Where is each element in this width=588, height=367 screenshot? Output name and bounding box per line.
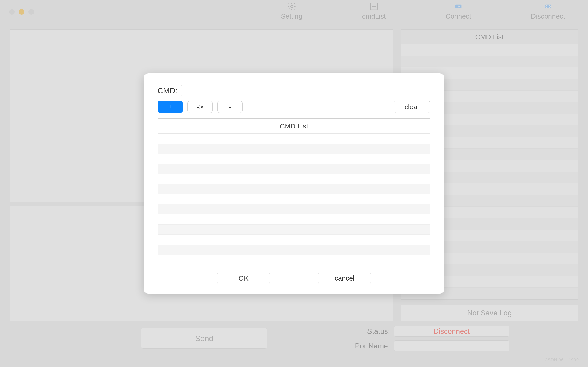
remove-button[interactable]: -	[217, 101, 242, 113]
modal-cmd-list-body[interactable]	[158, 134, 430, 265]
list-item[interactable]	[158, 174, 430, 184]
modal-cmd-list: CMD List	[157, 118, 431, 265]
modal-cmd-list-header: CMD List	[158, 119, 430, 134]
add-button[interactable]: +	[157, 101, 183, 113]
list-item[interactable]	[158, 154, 430, 164]
cmd-input-label: CMD:	[157, 86, 178, 95]
cmd-input[interactable]	[181, 85, 431, 96]
list-item[interactable]	[158, 134, 430, 144]
clear-button[interactable]: clear	[394, 101, 431, 113]
cmd-editor-dialog: CMD: + -> - clear CMD List	[144, 73, 444, 294]
list-item[interactable]	[158, 164, 430, 174]
cancel-button[interactable]: cancel	[318, 272, 371, 284]
list-item[interactable]	[158, 204, 430, 215]
list-item[interactable]	[158, 215, 430, 225]
list-item[interactable]	[158, 255, 430, 265]
list-item[interactable]	[158, 144, 430, 154]
modal-overlay: CMD: + -> - clear CMD List	[0, 0, 588, 367]
list-item[interactable]	[158, 184, 430, 194]
send-arrow-button[interactable]: ->	[187, 101, 213, 113]
ok-button[interactable]: OK	[217, 272, 270, 284]
list-item[interactable]	[158, 245, 430, 255]
list-item[interactable]	[158, 194, 430, 204]
list-item[interactable]	[158, 235, 430, 245]
list-item[interactable]	[158, 225, 430, 235]
